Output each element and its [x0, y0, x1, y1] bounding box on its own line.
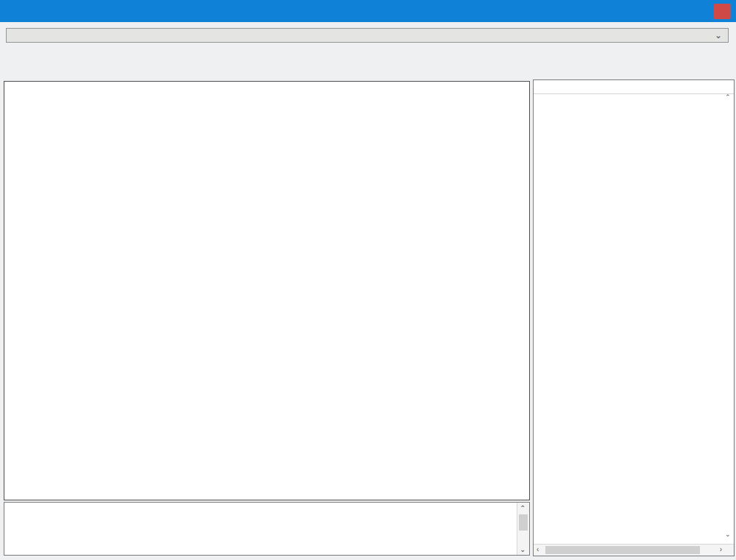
property-panel: ⌃ ⌄ ‹ › — [533, 79, 735, 556]
title-bar — [0, 0, 736, 22]
horizontal-scroll-thumb[interactable] — [545, 546, 700, 554]
scroll-up-icon[interactable]: ⌃ — [520, 504, 526, 512]
view-selector-dropdown[interactable]: ⌄ — [6, 28, 729, 43]
scroll-left-icon[interactable]: ‹ — [537, 545, 539, 553]
gear-meshing-canvas[interactable] — [4, 81, 530, 500]
text-panel-scrollbar[interactable]: ⌃ ⌄ — [517, 503, 529, 555]
scroll-down-icon[interactable]: ⌄ — [725, 531, 731, 538]
vertical-scroll-thumb[interactable] — [519, 514, 528, 531]
scroll-up-icon[interactable]: ⌃ — [725, 93, 731, 101]
result-text-panel: ⌃ ⌄ — [4, 502, 530, 556]
property-grid-vertical-scrollbar[interactable]: ⌃ ⌄ — [724, 93, 734, 541]
chevron-down-icon: ⌄ — [715, 29, 722, 43]
close-icon[interactable] — [714, 4, 731, 19]
scroll-right-icon[interactable]: › — [720, 545, 722, 553]
property-grid-header — [534, 80, 734, 94]
tolerance-text — [9, 505, 513, 560]
property-grid-horizontal-scrollbar[interactable]: ‹ › — [534, 544, 734, 556]
scroll-down-icon[interactable]: ⌄ — [520, 545, 526, 553]
